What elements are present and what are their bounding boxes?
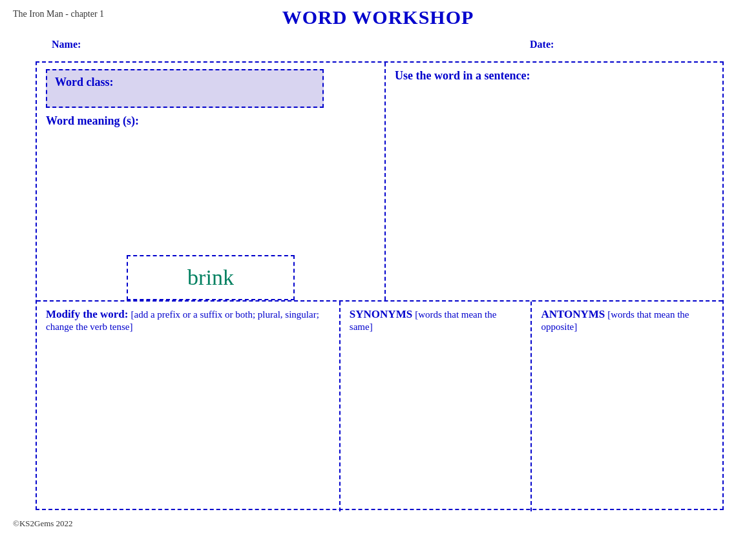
top-section: Word class: Word meaning (s): brink Use … xyxy=(37,63,722,302)
antonyms-panel: ANTONYMS [words that mean the opposite] xyxy=(532,302,722,511)
name-label: Name: xyxy=(52,39,81,50)
synonyms-label: SYNONYMS xyxy=(350,308,412,320)
main-container: Word class: Word meaning (s): brink Use … xyxy=(36,61,724,510)
target-word: brink xyxy=(187,265,234,289)
bottom-section: Modify the word: [add a prefix or a suff… xyxy=(37,302,722,511)
footer-copyright: ©KS2Gems 2022 xyxy=(13,519,73,529)
word-center-box: brink xyxy=(127,255,295,300)
top-left-panel: Word class: Word meaning (s): brink xyxy=(37,63,386,300)
book-title: The Iron Man - chapter 1 xyxy=(13,9,104,19)
antonyms-label: ANTONYMS xyxy=(541,308,605,320)
modify-panel: Modify the word: [add a prefix or a suff… xyxy=(37,302,341,511)
modify-label: Modify the word: xyxy=(46,308,128,320)
word-center-container: brink xyxy=(127,255,295,300)
synonyms-panel: SYNONYMS [words that mean the same] xyxy=(341,302,532,511)
word-class-box: Word class: xyxy=(46,69,324,108)
use-sentence-label: Use the word in a sentence: xyxy=(395,69,713,83)
date-label: Date: xyxy=(530,39,554,50)
top-right-panel: Use the word in a sentence: xyxy=(386,63,722,300)
word-meaning-label: Word meaning (s): xyxy=(46,114,375,128)
word-class-label: Word class: xyxy=(55,76,114,88)
page-title: WORD WORKSHOP xyxy=(282,6,474,28)
